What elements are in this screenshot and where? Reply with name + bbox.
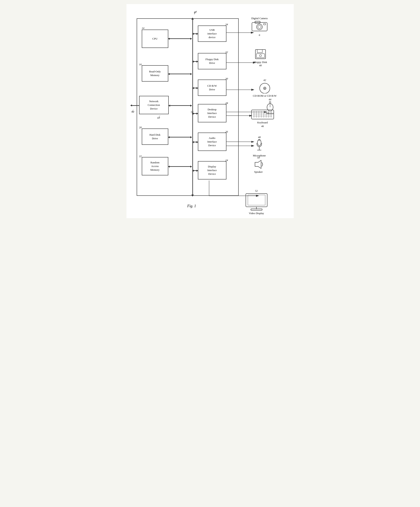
arrow-disp-monitor xyxy=(207,179,262,199)
arrow-bus-dsk xyxy=(192,113,198,114)
ref-20: 20 xyxy=(139,126,142,129)
arrow-ram-bus xyxy=(168,166,192,167)
rom-box: Read-Only Memory xyxy=(142,65,168,82)
ref-22: 22 xyxy=(139,155,142,158)
arrow-bus-usb xyxy=(192,34,198,34)
floppy-icon xyxy=(254,49,267,60)
svg-marker-12 xyxy=(253,62,256,64)
camera-label: Digital Camera xyxy=(251,17,268,20)
ref-48: 48 xyxy=(253,136,266,139)
svg-rect-9 xyxy=(256,54,264,58)
cpu-box: CPU xyxy=(142,29,168,48)
arrow-cpu-bus xyxy=(168,38,192,39)
bus-arrow-bottom xyxy=(191,195,194,197)
ref-46: 46 xyxy=(251,125,274,128)
arrow-dsk-keyboard xyxy=(226,114,253,117)
cd-label: CD-ROM or CD-R/W xyxy=(253,94,277,98)
cdrw-box: CD-R/W Drive xyxy=(198,79,226,96)
arrow-bus-disp xyxy=(192,170,198,171)
svg-marker-44 xyxy=(255,160,261,169)
bus-arrow-top xyxy=(191,18,194,20)
svg-marker-37 xyxy=(249,115,252,117)
speaker-area: 50 Speaker xyxy=(253,156,264,174)
monitor-label: Video Display xyxy=(245,212,268,215)
svg-point-3 xyxy=(258,25,261,28)
keyboard-label: Keyboard xyxy=(251,121,274,124)
svg-marker-35 xyxy=(264,111,267,113)
svg-marker-43 xyxy=(251,141,254,143)
ref-42: 42 xyxy=(253,78,277,82)
arrow-dsk-mouse xyxy=(226,111,267,114)
ref-30: 30 xyxy=(225,77,228,80)
svg-marker-51 xyxy=(256,195,259,197)
disp-box: Display Interface Device xyxy=(198,161,226,179)
aud-box: Audio Interface Device xyxy=(198,133,226,151)
page: 10 12 CPU 14 Read-Only Memory 16 Network… xyxy=(127,4,294,218)
usb-box: USB interface device xyxy=(198,26,226,42)
svg-point-2 xyxy=(256,24,262,30)
speaker-icon xyxy=(253,159,264,169)
ref-44: 44 xyxy=(266,98,274,101)
arrow-cdrw-cd xyxy=(226,88,255,92)
svg-marker-6 xyxy=(251,32,254,34)
figure-label: Fig. 1 xyxy=(171,204,212,208)
fdd-box: Floppy Disk Drive xyxy=(198,53,226,69)
arrow-bus-fdd xyxy=(192,61,198,62)
hdd-box: Hard Disk Drive xyxy=(142,128,168,145)
ref-18-bracket xyxy=(157,115,163,119)
cd-icon xyxy=(259,82,271,93)
ref-14: 14 xyxy=(142,27,144,30)
ref-34: 34 xyxy=(225,23,228,26)
svg-rect-7 xyxy=(255,49,266,59)
svg-marker-46 xyxy=(251,145,254,147)
speaker-label: Speaker xyxy=(253,170,264,174)
ref-50: 50 xyxy=(253,156,264,159)
cd-area: 42 CD-ROM or CD-R/W xyxy=(253,78,277,98)
ncd-box: Network Connection Device xyxy=(139,96,169,114)
arrow-aud-speaker xyxy=(226,144,255,148)
ref-28: 28 xyxy=(225,102,228,105)
network-left-arrow xyxy=(131,105,139,106)
arrow-aud-mic xyxy=(226,140,255,143)
dsk-box: Desktop Interface Device xyxy=(198,104,226,122)
arrow-bus-aud xyxy=(192,142,198,142)
ref-32: 32 xyxy=(225,50,228,54)
arrow-hdd-bus xyxy=(168,137,192,137)
arrow-ncd-bus xyxy=(169,105,192,106)
mic-icon xyxy=(255,139,264,153)
diagram-area: 10 12 CPU 14 Read-Only Memory 16 Network… xyxy=(131,10,290,210)
arrow-usb-camera xyxy=(226,29,254,36)
bus-line xyxy=(192,18,193,196)
arrow-rom-bus xyxy=(168,74,192,74)
svg-marker-17 xyxy=(251,89,254,91)
ref-26: 26 xyxy=(225,130,228,133)
svg-rect-4 xyxy=(263,23,266,25)
svg-point-15 xyxy=(264,88,265,89)
ref-16: 16 xyxy=(139,63,142,66)
ram-box: Random Access Memory xyxy=(142,157,168,175)
arrow-fdd-floppy xyxy=(226,61,257,65)
arrow-bus-cdrw xyxy=(192,88,198,88)
svg-point-10 xyxy=(259,55,262,57)
ref-24: 24 xyxy=(225,159,228,162)
svg-rect-8 xyxy=(257,49,262,53)
